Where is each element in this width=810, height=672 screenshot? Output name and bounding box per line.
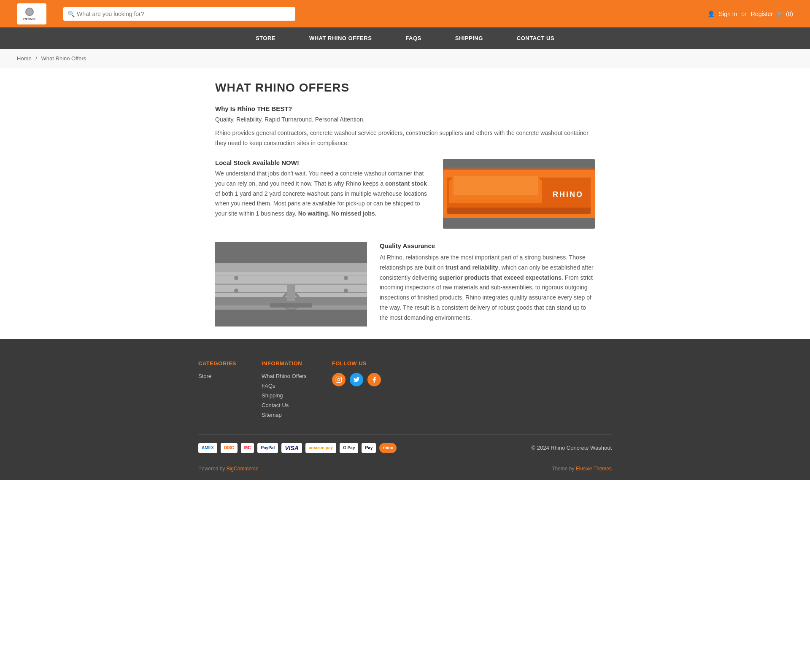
logo[interactable]: RHINO (17, 3, 46, 24)
footer-link-contact-us[interactable]: Contact Us (262, 402, 307, 408)
information-title: INFORMATION (262, 360, 307, 367)
svg-point-30 (344, 289, 348, 293)
footer-categories: CATEGORIES Store (198, 360, 236, 421)
footer-link-store[interactable]: Store (198, 373, 236, 379)
footer-link-shipping[interactable]: Shipping (262, 392, 307, 399)
cart-icon: 🛒 (777, 11, 784, 17)
follow-title: FOLLOW US (332, 360, 381, 367)
svg-rect-33 (336, 377, 341, 382)
svg-point-34 (338, 378, 340, 381)
payment-icons: AMEX DISC MC PayPal VISA amazon pay G Pa… (198, 443, 397, 453)
quality-section: Quality Assurance At Rhino, relationship… (215, 242, 595, 327)
svg-text:RHINO: RHINO (23, 17, 35, 21)
local-heading: Local Stock Available NOW! (215, 159, 430, 166)
search-bar: 🔍 (63, 7, 295, 21)
nav-item-what-rhino-offers[interactable]: WHAT RHINO OFFERS (292, 27, 389, 49)
header-right: 👤 Sign In or Register 🛒 (0) (707, 11, 793, 17)
nav-item-faqs[interactable]: FAQS (389, 27, 438, 49)
search-icon: 🔍 (68, 11, 75, 17)
breadcrumb-current: What Rhino Offers (41, 55, 86, 62)
or-separator: or (741, 11, 746, 17)
svg-rect-11 (443, 159, 595, 170)
cart-count: (0) (786, 11, 793, 17)
categories-title: CATEGORIES (198, 360, 236, 367)
why-paragraph: Rhino provides general contractors, conc… (215, 128, 595, 148)
register-link[interactable]: Register (751, 11, 773, 17)
search-input[interactable] (63, 7, 295, 21)
quality-heading: Quality Assurance (380, 242, 595, 249)
quality-paragraph: At Rhino, relationships are the most imp… (380, 253, 595, 323)
main-nav: STORE WHAT RHINO OFFERS FAQS SHIPPING CO… (0, 27, 810, 49)
social-icons (332, 373, 381, 386)
why-heading: Why Is Rhino THE BEST? (215, 105, 595, 112)
payment-applepay: Pay (362, 443, 376, 453)
svg-rect-31 (215, 242, 367, 263)
payment-gpay: G Pay (340, 443, 358, 453)
footer-very-bottom: Powered by BigCommerce Theme by Elusive … (17, 461, 793, 480)
svg-rect-26 (270, 303, 312, 308)
breadcrumb: Home / What Rhino Offers (0, 49, 810, 68)
nav-item-contact-us[interactable]: CONTACT US (500, 27, 571, 49)
user-icon: 👤 (707, 11, 715, 17)
svg-point-35 (340, 378, 340, 378)
main-content: WHAT RHINO OFFERS Why Is Rhino THE BEST?… (198, 81, 612, 327)
local-stock-text: Local Stock Available NOW! We understand… (215, 159, 430, 229)
svg-rect-8 (447, 208, 591, 214)
svg-rect-32 (215, 310, 367, 327)
svg-text:RHINO: RHINO (553, 190, 583, 199)
payment-discover: DISC (221, 443, 238, 453)
footer-follow: FOLLOW US (332, 360, 381, 421)
svg-rect-19 (215, 263, 367, 272)
svg-point-27 (234, 276, 238, 280)
footer: CATEGORIES Store INFORMATION What Rhino … (0, 339, 810, 480)
footer-columns: CATEGORIES Store INFORMATION What Rhino … (198, 360, 612, 421)
page-title: WHAT RHINO OFFERS (215, 81, 595, 94)
breadcrumb-separator: / (35, 55, 37, 62)
theme-by: Theme by Elusive Themes (552, 466, 612, 472)
footer-link-what-rhino-offers[interactable]: What Rhino Offers (262, 373, 307, 379)
footer-link-sitemap[interactable]: Sitemap (262, 412, 307, 418)
powered-by: Powered by BigCommerce (198, 466, 259, 472)
site-header: RHINO 🔍 👤 Sign In or Register 🛒 (0) (0, 0, 810, 27)
quality-text: Quality Assurance At Rhino, relationship… (380, 242, 595, 327)
breadcrumb-home[interactable]: Home (17, 55, 32, 62)
cart-area[interactable]: 🛒 (0) (777, 11, 793, 17)
sign-in-link[interactable]: Sign In (719, 11, 737, 17)
payment-paypal: PayPal (257, 443, 278, 453)
svg-point-2 (26, 8, 33, 15)
why-subtitle: Quality. Reliability. Rapid Turnaround. … (215, 115, 595, 124)
local-paragraph: We understand that jobs don't wait. You … (215, 169, 430, 219)
instagram-icon[interactable] (332, 373, 346, 386)
twitter-icon[interactable] (350, 373, 363, 386)
bigcommerce-link[interactable]: BigCommerce (227, 466, 259, 472)
svg-rect-25 (287, 284, 295, 301)
quality-image (215, 242, 367, 327)
svg-rect-12 (443, 218, 595, 229)
payment-mastercard: MC (241, 443, 254, 453)
local-stock-section: Local Stock Available NOW! We understand… (215, 159, 595, 229)
payment-rhino: rhino (379, 443, 397, 453)
nav-item-shipping[interactable]: SHIPPING (438, 27, 500, 49)
svg-rect-15 (454, 176, 538, 195)
payment-amex: AMEX (198, 443, 217, 453)
footer-link-faqs[interactable]: FAQs (262, 383, 307, 389)
nav-item-store[interactable]: STORE (239, 27, 292, 49)
local-stock-image: RHINO (443, 159, 595, 229)
theme-link[interactable]: Elusive Themes (576, 466, 612, 472)
payment-amazon: amazon pay (305, 443, 336, 453)
footer-bottom: AMEX DISC MC PayPal VISA amazon pay G Pa… (198, 443, 612, 461)
facebook-icon[interactable] (367, 373, 381, 386)
svg-point-28 (344, 276, 348, 280)
svg-point-29 (234, 289, 238, 293)
footer-information: INFORMATION What Rhino Offers FAQs Shipp… (262, 360, 307, 421)
footer-divider (198, 434, 612, 435)
copyright: © 2024 Rhino Concrete Washout (532, 445, 612, 451)
payment-visa: VISA (281, 443, 302, 453)
